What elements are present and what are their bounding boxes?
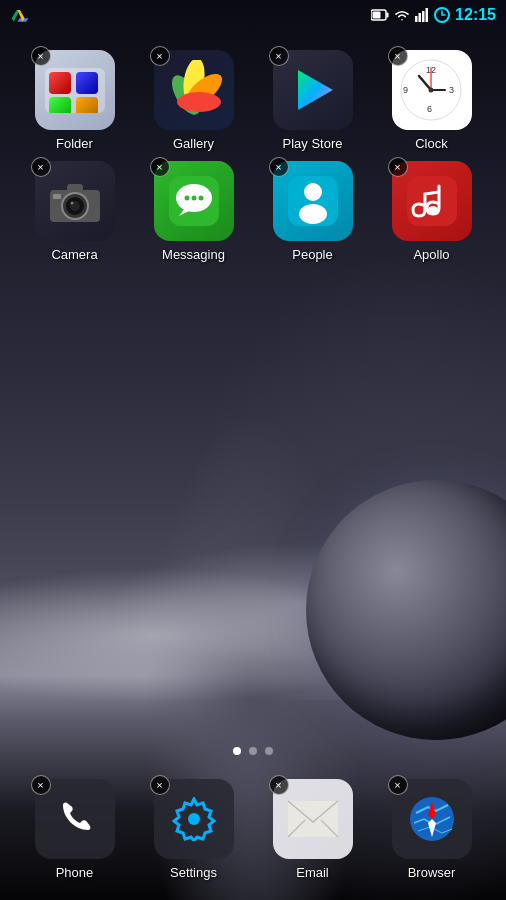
app-grid: × Folder × <box>20 50 486 262</box>
remove-settings-button[interactable]: × <box>150 775 170 795</box>
app-camera[interactable]: × Camera <box>20 161 129 262</box>
browser-icon-wrapper: × <box>392 779 472 859</box>
remove-folder-button[interactable]: × <box>31 46 51 66</box>
svg-point-32 <box>184 196 189 201</box>
battery-icon <box>371 9 389 21</box>
email-svg <box>287 800 339 838</box>
settings-label: Settings <box>170 865 217 880</box>
svg-rect-6 <box>426 8 429 22</box>
gallery-icon-wrapper: × <box>154 50 234 130</box>
email-label: Email <box>296 865 329 880</box>
app-gallery[interactable]: × Gallery <box>139 50 248 151</box>
dock-browser[interactable]: × Browser <box>377 779 486 880</box>
app-clock[interactable]: × 12 3 9 6 Clock <box>377 50 486 151</box>
page-dot-2[interactable] <box>249 747 257 755</box>
clock-icon-wrapper: × 12 3 9 6 <box>392 50 472 130</box>
app-folder[interactable]: × Folder <box>20 50 129 151</box>
remove-people-button[interactable]: × <box>269 157 289 177</box>
data-icon <box>434 7 450 23</box>
wifi-icon <box>394 8 410 22</box>
remove-messaging-button[interactable]: × <box>150 157 170 177</box>
svg-rect-3 <box>415 16 418 22</box>
browser-svg <box>406 793 458 845</box>
remove-clock-button[interactable]: × <box>388 46 408 66</box>
remove-gallery-button[interactable]: × <box>150 46 170 66</box>
svg-rect-4 <box>419 13 422 22</box>
playstore-svg <box>288 65 338 115</box>
svg-rect-2 <box>373 12 381 19</box>
svg-rect-5 <box>422 11 425 22</box>
svg-marker-12 <box>298 70 333 110</box>
svg-point-40 <box>189 814 199 824</box>
svg-point-26 <box>70 202 73 205</box>
camera-svg <box>45 176 105 226</box>
messaging-svg <box>165 172 223 230</box>
svg-rect-28 <box>53 194 61 199</box>
dock-phone[interactable]: × Phone <box>20 779 129 880</box>
svg-point-36 <box>304 183 322 201</box>
folder-label: Folder <box>56 136 93 151</box>
dock: × Phone × Settings × <box>20 779 486 880</box>
remove-email-button[interactable]: × <box>269 775 289 795</box>
apollo-icon-wrapper: × <box>392 161 472 241</box>
svg-point-37 <box>299 204 327 224</box>
svg-point-11 <box>177 92 221 112</box>
svg-rect-27 <box>67 184 83 192</box>
settings-icon-wrapper: × <box>154 779 234 859</box>
clock-face-svg: 12 3 9 6 <box>399 58 464 123</box>
app-messaging[interactable]: × Messaging <box>139 161 248 262</box>
svg-point-21 <box>429 87 434 92</box>
apollo-label: Apollo <box>413 247 449 262</box>
browser-label: Browser <box>408 865 456 880</box>
playstore-label: Play Store <box>283 136 343 151</box>
playstore-icon-wrapper: × <box>273 50 353 130</box>
svg-text:9: 9 <box>403 85 408 95</box>
status-time: 12:15 <box>455 6 496 24</box>
remove-camera-button[interactable]: × <box>31 157 51 177</box>
remove-playstore-button[interactable]: × <box>269 46 289 66</box>
svg-point-34 <box>198 196 203 201</box>
page-dot-3[interactable] <box>265 747 273 755</box>
remove-phone-button[interactable]: × <box>31 775 51 795</box>
status-right: 12:15 <box>371 6 496 24</box>
app-apollo[interactable]: × Apollo <box>377 161 486 262</box>
page-indicators <box>0 747 506 755</box>
drive-icon <box>10 5 30 25</box>
messaging-icon-wrapper: × <box>154 161 234 241</box>
status-bar: 12:15 <box>0 0 506 30</box>
apollo-svg <box>403 172 461 230</box>
svg-point-33 <box>191 196 196 201</box>
remove-browser-button[interactable]: × <box>388 775 408 795</box>
folder-icon-wrapper: × <box>35 50 115 130</box>
app-playstore[interactable]: × Play Store <box>258 50 367 151</box>
app-people[interactable]: × People <box>258 161 367 262</box>
dock-settings[interactable]: × Settings <box>139 779 248 880</box>
phone-svg <box>55 799 95 839</box>
people-svg <box>284 172 342 230</box>
svg-point-39 <box>428 206 438 214</box>
signal-icon <box>415 8 429 22</box>
dock-email[interactable]: × Email <box>258 779 367 880</box>
gallery-label: Gallery <box>173 136 214 151</box>
gallery-leaves-svg <box>164 60 224 120</box>
svg-text:3: 3 <box>449 85 454 95</box>
svg-text:6: 6 <box>427 104 432 114</box>
people-icon-wrapper: × <box>273 161 353 241</box>
camera-icon-wrapper: × <box>35 161 115 241</box>
page-dot-1[interactable] <box>233 747 241 755</box>
svg-rect-1 <box>387 13 389 18</box>
phone-icon-wrapper: × <box>35 779 115 859</box>
messaging-label: Messaging <box>162 247 225 262</box>
clock-label: Clock <box>415 136 448 151</box>
remove-apollo-button[interactable]: × <box>388 157 408 177</box>
email-icon-wrapper: × <box>273 779 353 859</box>
camera-label: Camera <box>51 247 97 262</box>
status-left <box>10 5 30 25</box>
people-label: People <box>292 247 332 262</box>
settings-svg <box>172 797 216 841</box>
phone-label: Phone <box>56 865 94 880</box>
